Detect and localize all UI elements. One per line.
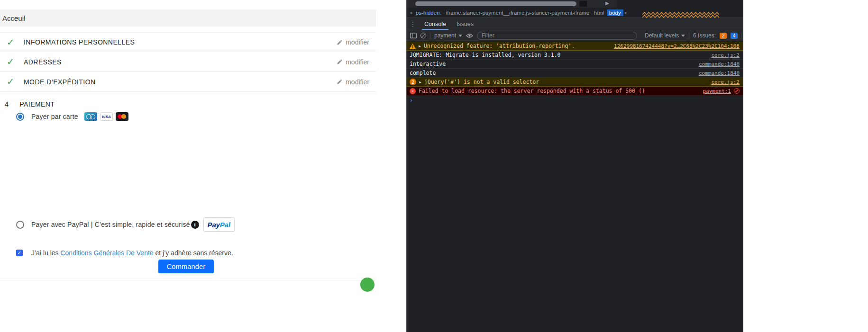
visa-card-icon: VISA [100, 112, 113, 121]
console-toolbar: payment Default levels 6 Issues: 2 4 8 [407, 30, 743, 41]
source-link[interactable]: core.js:2 [711, 52, 740, 58]
source-link[interactable]: 1262998167424448?v=2…2C68%2C23%2C104:108 [614, 43, 740, 49]
step-title: PAIEMENT [19, 100, 55, 108]
tab-issues[interactable]: Issues [451, 18, 479, 30]
floating-action-button[interactable] [360, 278, 375, 292]
screen: Acceuil ✓ INFORMATIONS PERSONNELLES modi… [0, 0, 868, 332]
issues-count-label[interactable]: 6 Issues: [693, 32, 716, 39]
message-text: Unrecognized feature: 'attribution-repor… [424, 43, 575, 49]
blocked-request-icon[interactable] [734, 88, 740, 94]
devtools-panel: ▶ ◂ ps-hidden. iframe.stancer-payment__i… [406, 0, 743, 332]
terms-row: J’ai lu les Conditions Générales De Vent… [16, 248, 233, 258]
console-message-list: ▶ Unrecognized feature: 'attribution-rep… [407, 42, 743, 332]
terms-label: J’ai lu les Conditions Générales De Vent… [31, 249, 233, 257]
scrollbar-thumb[interactable] [415, 1, 576, 6]
console-error-row: ✕ Failed to load resource: the server re… [407, 87, 743, 96]
mastercard-icon [116, 112, 128, 121]
terms-conditions-link[interactable]: Conditions Générales De Vente [60, 249, 153, 257]
prompt-chevron-icon: › [410, 97, 413, 104]
source-link[interactable]: commande:1840 [699, 70, 740, 76]
step-title: INFORMATIONS PERSONNELLES [24, 38, 135, 46]
scrollbar-gap [579, 1, 587, 7]
checkout-steps: ✓ INFORMATIONS PERSONNELLES modifier ✓ A… [0, 32, 376, 92]
modify-label: modifier [346, 38, 369, 46]
paypal-logo-pay: Pay [208, 221, 220, 229]
step-row-adresses: ✓ ADRESSES modifier [0, 52, 376, 72]
toolbar-separator [741, 32, 742, 39]
breadcrumb-item-html[interactable]: html [592, 9, 607, 16]
breadcrumb-item-body[interactable]: body [607, 9, 623, 16]
paypal-payment-radio[interactable] [16, 221, 24, 229]
crumbs-scroll-right-icon[interactable]: ▸ [623, 10, 629, 15]
console-log-row: interactive commande:1840 [407, 60, 743, 69]
toolbar-separator [689, 32, 689, 39]
step-number: 4 [5, 100, 9, 108]
breadcrumb-bar: Acceuil [0, 9, 376, 27]
step-row-informations: ✓ INFORMATIONS PERSONNELLES modifier [0, 32, 376, 52]
elements-hscrollbar: ▶ [407, 0, 617, 8]
more-options-icon[interactable]: ⋮ [407, 18, 419, 30]
paypal-payment-option: Payer avec PayPal | C’est simple, rapide… [16, 215, 235, 233]
message-text: jQuery('#') is not a valid selector [424, 79, 539, 85]
source-link[interactable]: payment:1 [703, 88, 731, 94]
terms-checkbox[interactable] [16, 250, 23, 256]
devtools-tab-bar: ⋮ Console Issues [407, 18, 743, 30]
pencil-icon [337, 39, 343, 45]
console-prompt[interactable]: › [407, 96, 743, 105]
warning-icon [410, 44, 416, 49]
console-sidebar-icon[interactable] [410, 33, 417, 38]
card-payment-option: Payer par carte VISA [16, 110, 128, 123]
js-context-selector[interactable]: payment [434, 32, 462, 39]
issues-info-badge[interactable]: 4 [731, 33, 738, 39]
card-payment-radio[interactable] [16, 113, 24, 121]
source-link[interactable]: commande:1840 [699, 61, 740, 67]
console-filter-input[interactable] [477, 32, 637, 40]
breadcrumb-home[interactable]: Acceuil [2, 14, 25, 22]
info-icon[interactable]: i [191, 221, 199, 229]
section-divider [0, 280, 376, 280]
error-icon: ✕ [410, 88, 416, 94]
message-text: JQMIGRATE: Migrate is installed, version… [410, 52, 561, 58]
modify-label: modifier [346, 58, 369, 66]
modify-button[interactable]: modifier [337, 38, 369, 46]
modify-button[interactable]: modifier [337, 58, 369, 66]
step-title: ADRESSES [24, 58, 62, 66]
console-log-row: complete commande:1840 [407, 69, 743, 78]
js-context-label: payment [434, 32, 456, 39]
modify-label: modifier [346, 78, 369, 86]
log-levels-label: Default levels [645, 32, 679, 39]
payment-step-heading: 4 PAIEMENT [0, 98, 376, 111]
modify-button[interactable]: modifier [337, 78, 369, 86]
paypal-logo: Pay Pal [203, 217, 235, 232]
repeat-count-badge: 2 [410, 79, 416, 85]
order-button[interactable]: Commander [158, 260, 214, 273]
live-expression-eye-icon[interactable] [466, 33, 473, 38]
terms-suffix: et j’y adhère sans réserve. [154, 249, 233, 257]
tab-console[interactable]: Console [419, 18, 451, 30]
checkout-page: Acceuil ✓ INFORMATIONS PERSONNELLES modi… [0, 0, 406, 332]
pencil-icon [337, 79, 343, 85]
source-link[interactable]: core.js:2 [711, 79, 740, 85]
console-warning-row: ▶ Unrecognized feature: 'attribution-rep… [407, 42, 743, 51]
paypal-payment-label: Payer avec PayPal | C’est simple, rapide… [31, 221, 190, 228]
crumbs-scroll-left-icon[interactable]: ◂ [408, 10, 413, 15]
step-title: MODE D’EXPÉDITION [24, 78, 96, 86]
console-warning-row: 2 ▶ jQuery('#') is not a valid selector … [407, 78, 743, 87]
scroll-right-icon[interactable]: ▶ [605, 0, 609, 6]
step-row-expedition: ✓ MODE D’EXPÉDITION modifier [0, 72, 376, 92]
paypal-logo-pal: Pal [220, 221, 230, 229]
expand-arrow-icon[interactable]: ▶ [419, 80, 421, 84]
clear-console-icon[interactable] [420, 33, 426, 38]
visa-label: VISA [101, 115, 110, 119]
issues-warning-badge[interactable]: 2 [720, 33, 727, 39]
toolbar-separator [430, 32, 430, 39]
breadcrumb-item-iframe[interactable]: iframe.stancer-payment__iframe.js-stance… [444, 9, 592, 16]
expand-arrow-icon[interactable]: ▶ [419, 44, 421, 48]
check-icon: ✓ [7, 56, 17, 67]
card-brand-icons: VISA [84, 112, 128, 121]
message-text: complete [410, 70, 436, 76]
pencil-icon [337, 59, 343, 65]
message-text: Failed to load resource: the server resp… [419, 88, 645, 94]
log-levels-selector[interactable]: Default levels [645, 32, 685, 39]
breadcrumb-item[interactable]: ps-hidden. [413, 9, 444, 16]
